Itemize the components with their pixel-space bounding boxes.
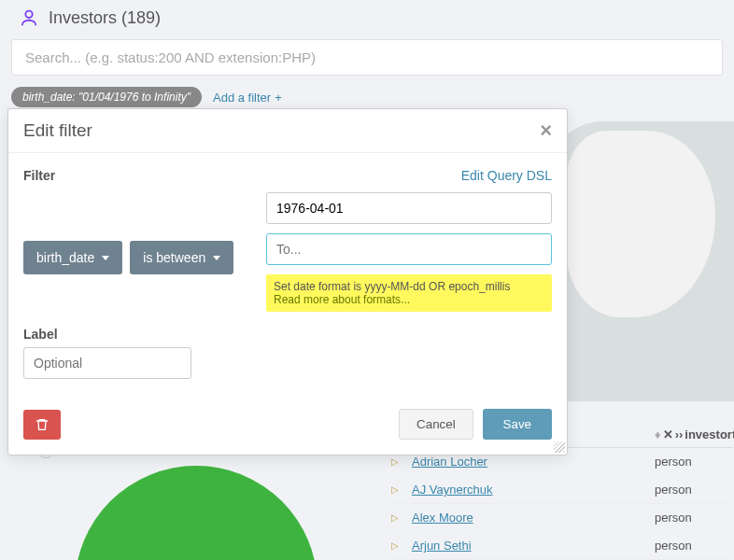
page-header: Investors (189) xyxy=(0,0,734,35)
expand-row-icon[interactable]: ▷ xyxy=(391,484,412,495)
operator-dropdown-label: is between xyxy=(143,250,205,265)
resize-handle[interactable] xyxy=(554,441,565,453)
save-button[interactable]: Save xyxy=(483,409,552,440)
read-more-link[interactable]: Read more about formats... xyxy=(274,293,544,306)
row-link[interactable]: Arjun Sethi xyxy=(412,539,472,553)
from-date-input[interactable] xyxy=(266,192,552,224)
expand-col-icon[interactable]: ›› xyxy=(675,427,684,441)
label-heading: Label xyxy=(23,327,552,342)
table-row[interactable]: ▷ Arjun Sethi person xyxy=(388,532,733,560)
to-date-input[interactable] xyxy=(266,233,552,265)
remove-col-icon[interactable]: ✕ xyxy=(663,427,673,441)
modal-title: Edit filter xyxy=(23,120,92,141)
filter-bar: birth_date: "01/04/1976 to Infinity" Add… xyxy=(0,83,734,111)
search-input[interactable]: Search... (e.g. status:200 AND extension… xyxy=(11,39,723,76)
format-hint: Set date format is yyyy-MM-dd OR epoch_m… xyxy=(266,274,552,312)
plus-icon: + xyxy=(275,91,282,105)
pie-chart[interactable] xyxy=(75,466,318,560)
close-icon[interactable]: × xyxy=(540,120,552,141)
expand-row-icon[interactable]: ▷ xyxy=(391,456,412,467)
cancel-button[interactable]: Cancel xyxy=(399,409,473,440)
table-row[interactable]: ▷ Alex Moore person xyxy=(388,504,733,532)
filter-section-label: Filter xyxy=(23,168,55,183)
row-type: person xyxy=(655,455,729,469)
investors-icon xyxy=(19,7,39,28)
expand-row-icon[interactable]: ▷ xyxy=(391,540,412,551)
row-type: person xyxy=(655,539,729,553)
map-background xyxy=(547,121,734,401)
label-input[interactable] xyxy=(23,347,191,379)
delete-filter-button[interactable] xyxy=(23,410,61,440)
add-filter-button[interactable]: Add a filter + xyxy=(213,91,282,105)
row-type: person xyxy=(655,483,729,497)
table-row[interactable]: ▷ AJ Vaynerchuk person xyxy=(388,476,733,504)
page-title: Investors (189) xyxy=(49,8,161,28)
field-dropdown[interactable]: birth_date xyxy=(23,241,122,274)
row-link[interactable]: AJ Vaynerchuk xyxy=(412,483,492,497)
map-landmass xyxy=(566,131,715,317)
sort-icon[interactable]: ♦ xyxy=(655,427,661,441)
filter-pill[interactable]: birth_date: "01/04/1976 to Infinity" xyxy=(11,87,202,107)
operator-dropdown[interactable]: is between xyxy=(130,241,233,274)
chevron-down-icon xyxy=(213,256,220,260)
field-dropdown-label: birth_date xyxy=(36,250,94,265)
row-link[interactable]: Adrian Locher xyxy=(412,455,487,469)
chevron-down-icon xyxy=(102,256,109,260)
row-type: person xyxy=(655,511,729,525)
edit-query-dsl-link[interactable]: Edit Query DSL xyxy=(461,168,552,183)
add-filter-label: Add a filter xyxy=(213,91,271,105)
row-link[interactable]: Alex Moore xyxy=(412,511,473,525)
hint-text: Set date format is yyyy-MM-dd OR epoch_m… xyxy=(274,280,544,293)
edit-filter-modal: Edit filter × Filter Edit Query DSL birt… xyxy=(7,108,568,455)
col-type[interactable]: investort xyxy=(685,427,734,441)
trash-icon xyxy=(35,417,49,432)
expand-row-icon[interactable]: ▷ xyxy=(391,512,412,523)
svg-point-0 xyxy=(25,11,32,18)
